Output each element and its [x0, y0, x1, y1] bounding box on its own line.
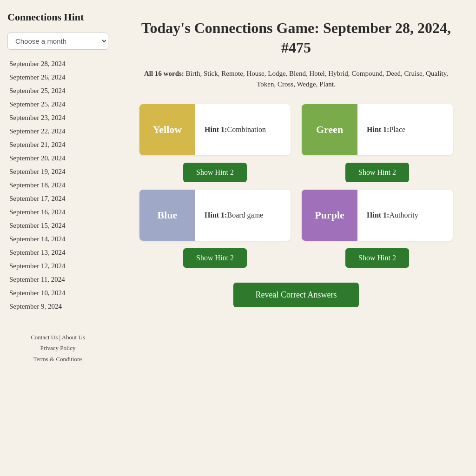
hints-grid: YellowHint 1: CombinationShow Hint 2Blue… — [139, 104, 453, 268]
hint-card-purple: PurpleHint 1: Authority — [302, 190, 453, 241]
sidebar-nav-item-0[interactable]: September 28, 2024 — [7, 57, 108, 71]
about-link[interactable]: About Us — [62, 334, 85, 341]
hint-label-green: Hint 1: — [367, 126, 389, 134]
hint-label-purple: Hint 1: — [367, 211, 389, 219]
hint-label-blue: Hint 1: — [205, 211, 227, 219]
hint-text-blue: Board game — [227, 211, 263, 219]
sidebar-nav: September 28, 2024September 26, 2024Sept… — [7, 57, 108, 313]
hint-card-text-green: Hint 1: Place — [357, 104, 453, 155]
hint-card-color-purple: Purple — [302, 190, 357, 241]
sidebar-nav-item-1[interactable]: September 26, 2024 — [7, 71, 108, 84]
sidebar-footer: Contact Us | About Us Privacy Policy Ter… — [7, 332, 108, 364]
hint-column-left: YellowHint 1: CombinationShow Hint 2Blue… — [139, 104, 291, 268]
sidebar: Connections Hint Choose a month Septembe… — [0, 0, 116, 476]
hint-column-right: GreenHint 1: PlaceShow Hint 2PurpleHint … — [302, 104, 453, 268]
sidebar-nav-item-13[interactable]: September 14, 2024 — [7, 232, 108, 246]
hint-text-purple: Authority — [389, 211, 418, 219]
main-content: Today's Connections Game: September 28, … — [116, 0, 476, 476]
hint-card-text-blue: Hint 1: Board game — [195, 190, 291, 241]
contact-link[interactable]: Contact Us — [31, 334, 58, 341]
sidebar-nav-item-8[interactable]: September 19, 2024 — [7, 165, 108, 178]
hint-card-text-yellow: Hint 1: Combination — [195, 104, 291, 155]
month-select[interactable]: Choose a month — [7, 33, 108, 50]
hint-card-text-purple: Hint 1: Authority — [357, 190, 453, 241]
sidebar-nav-item-11[interactable]: September 16, 2024 — [7, 205, 108, 219]
hint-card-yellow: YellowHint 1: Combination — [139, 104, 291, 155]
sidebar-nav-item-17[interactable]: September 10, 2024 — [7, 286, 108, 300]
privacy-link[interactable]: Privacy Policy — [40, 344, 75, 351]
sidebar-nav-item-9[interactable]: September 18, 2024 — [7, 178, 108, 192]
hint-text-green: Place — [389, 126, 405, 134]
sidebar-title: Connections Hint — [7, 11, 108, 23]
show-hint2-button-blue[interactable]: Show Hint 2 — [183, 248, 247, 268]
sidebar-nav-item-12[interactable]: September 15, 2024 — [7, 219, 108, 232]
words-section: All 16 words: Birth, Stick, Remote, Hous… — [139, 68, 453, 89]
page-title: Today's Connections Game: September 28, … — [139, 19, 453, 57]
sidebar-nav-item-2[interactable]: September 25, 2024 — [7, 84, 108, 98]
terms-link[interactable]: Terms & Conditions — [33, 356, 83, 363]
show-hint2-button-purple[interactable]: Show Hint 2 — [345, 248, 409, 268]
sidebar-nav-item-14[interactable]: September 13, 2024 — [7, 246, 108, 259]
words-list: Birth, Stick, Remote, House, Lodge, Blen… — [186, 70, 448, 88]
hint-card-color-yellow: Yellow — [139, 104, 195, 155]
sidebar-nav-item-18[interactable]: September 9, 2024 — [7, 300, 108, 313]
sidebar-nav-item-7[interactable]: September 20, 2024 — [7, 152, 108, 165]
hint-card-blue: BlueHint 1: Board game — [139, 190, 291, 241]
reveal-section: Reveal Correct Answers — [139, 283, 453, 307]
hint-card-color-blue: Blue — [139, 190, 195, 241]
sidebar-nav-item-3[interactable]: September 25, 2024 — [7, 98, 108, 111]
sidebar-nav-item-5[interactable]: September 22, 2024 — [7, 125, 108, 138]
hint-label-yellow: Hint 1: — [205, 126, 227, 134]
sidebar-nav-item-15[interactable]: September 12, 2024 — [7, 259, 108, 273]
sidebar-nav-item-6[interactable]: September 21, 2024 — [7, 138, 108, 152]
show-hint2-button-green[interactable]: Show Hint 2 — [345, 163, 409, 182]
show-hint2-button-yellow[interactable]: Show Hint 2 — [183, 163, 247, 182]
hint-text-yellow: Combination — [227, 126, 266, 134]
reveal-answers-button[interactable]: Reveal Correct Answers — [233, 283, 359, 307]
hint-card-color-green: Green — [302, 104, 357, 155]
words-label: All 16 words: — [144, 70, 184, 77]
sidebar-nav-item-4[interactable]: September 23, 2024 — [7, 111, 108, 125]
sidebar-nav-item-16[interactable]: September 11, 2024 — [7, 273, 108, 286]
sidebar-nav-item-10[interactable]: September 17, 2024 — [7, 192, 108, 205]
hint-card-green: GreenHint 1: Place — [302, 104, 453, 155]
